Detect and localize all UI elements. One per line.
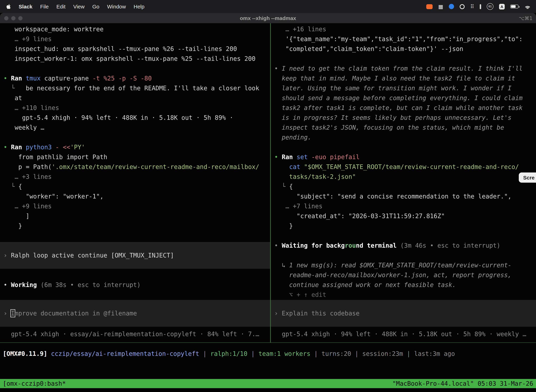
text-segment: I need to get the claim token from the c…: [282, 65, 523, 72]
text-segment: … +3 lines: [4, 173, 52, 180]
terminal-line: gpt-5.4 xhigh · essay/ai-reimplementatio…: [0, 329, 270, 339]
text-segment: pending.: [274, 134, 311, 141]
text-segment: workspace_mode: worktree: [4, 26, 104, 33]
text-segment: •: [274, 154, 282, 160]
text-segment: … +9 lines: [4, 203, 52, 210]
text-segment: •: [4, 75, 11, 82]
composer-band[interactable]: › Explain this codebase: [271, 300, 536, 327]
composer-band[interactable]: › Ralph loop active continue [OMX_TMUX_I…: [0, 242, 270, 269]
text-segment: be necessary for the end of the README. …: [26, 85, 259, 92]
zoom-button[interactable]: [18, 16, 23, 20]
text-segment: from pathlib import Path: [4, 154, 107, 160]
terminal-line: tasks/task-2.json": [271, 172, 536, 182]
battery-icon[interactable]: [510, 5, 518, 9]
terminal-line: └ {: [0, 182, 270, 191]
app-menu-slack[interactable]: Slack: [19, 4, 32, 9]
terminal-line: }: [271, 221, 536, 231]
terminal-line: • Waiting for background terminal (3m 46…: [271, 241, 536, 250]
text-segment: |: [199, 350, 210, 357]
terminal-pane-right[interactable]: … +16 lines '{"team_name":"my-team","tas…: [271, 23, 536, 342]
dots-grid-icon[interactable]: ⠿: [470, 3, 474, 10]
text-segment: "subject": "send a concise recommendatio…: [274, 193, 512, 200]
text-segment: tmux: [26, 75, 44, 82]
text-segment: Ran: [11, 144, 26, 151]
battery-fill: [511, 5, 515, 8]
terminal-line: "subject": "send a concise recommendatio…: [271, 191, 536, 201]
minimize-button[interactable]: [11, 16, 15, 20]
text-segment: cczip/essay/ai-reimplementation-copyleft: [51, 350, 199, 357]
menu-help[interactable]: Help: [134, 4, 144, 9]
text-segment: Working: [11, 281, 41, 288]
text-segment: •: [4, 144, 11, 151]
text-segment: at: [4, 94, 22, 102]
apple-menu[interactable]: [6, 4, 11, 9]
terminal-line: inspect_worker-1: omx sparkshell --tmux-…: [0, 54, 270, 64]
text-segment: capture-pane: [44, 75, 92, 82]
terminal-window: omx --xhigh --madmax ⌥⌘1 workspace_mode:…: [0, 13, 536, 392]
terminal-line: • Ran set -euo pipefail: [271, 152, 536, 162]
spacer: [0, 269, 270, 280]
text-segment: •: [274, 242, 282, 249]
text-segment: gpt-5.4 xhigh · essay/ai-reimplementatio…: [4, 331, 259, 338]
grid-app-icon[interactable]: ▦: [438, 3, 443, 10]
text-segment: "created_at": "2026-03-31T11:59:27.816Z": [274, 213, 445, 219]
terminal-line: gpt-5.4 xhigh · 94% left · 488K in · 5.1…: [0, 113, 270, 123]
close-button[interactable]: [4, 16, 9, 20]
terminal-content: workspace_mode: worktree … +9 lines insp…: [0, 23, 536, 343]
wifi-icon[interactable]: [524, 5, 531, 9]
text-segment: Ran: [11, 75, 26, 82]
text-segment: weekly …: [4, 124, 44, 131]
terminal-line: ↳ 1 new msg(s): read $OMX_TEAM_STATE_ROO…: [271, 260, 536, 270]
text-segment: ›: [4, 310, 11, 317]
terminal-line: › Improve documentation in @filename: [0, 308, 270, 318]
screen: Slack File Edit View Go Window Help ▦ ⠿ …: [0, 0, 536, 392]
text-segment: inspect task2's JSON, focusing on the st…: [274, 124, 504, 131]
screen-share-popover[interactable]: Scre: [519, 173, 536, 183]
text-segment: Ran: [282, 154, 297, 160]
text-segment: "worker": "worker-1",: [4, 193, 104, 200]
text-segment: ↳ 1 new msg(s): read $OMX_TEAM_STATE_ROO…: [274, 262, 512, 269]
terminal-line: task2 after task1 is complete, but can I…: [271, 103, 536, 113]
spacer: [0, 64, 270, 73]
battery-gauge-icon[interactable]: 61: [487, 3, 493, 10]
tmux-status-bar: [omx-cczip0:bash* "MacBook-Pro-44.local"…: [0, 379, 536, 388]
menu-bar-status: ▦ ⠿ 61 A: [426, 3, 536, 10]
omx-status-line: [OMX#0.11.9] cczip/essay/ai-reimplementa…: [0, 349, 536, 359]
text-segment: gpt-5.4 xhigh · 94% left · 488K in · 5.1…: [4, 114, 233, 121]
text-segment: "$OMX_TEAM_STATE_ROOT/team/review-curren…: [304, 163, 519, 170]
terminal-pane-left[interactable]: workspace_mode: worktree … +9 lines insp…: [0, 23, 270, 342]
spacer: [271, 54, 536, 64]
terminal-line: … +9 lines: [0, 34, 270, 44]
text-segment: python3: [26, 144, 55, 151]
text-segment: (3m 46s • esc to interrupt): [400, 242, 500, 249]
menu-view[interactable]: View: [73, 4, 85, 9]
terminal-line: › Explain this codebase: [271, 308, 536, 318]
terminal-line: … +16 lines: [271, 24, 536, 34]
slim-app-icon[interactable]: [480, 4, 481, 9]
terminal-line: ]: [0, 211, 270, 221]
window-title-bar[interactable]: omx --xhigh --madmax ⌥⌘1: [0, 13, 536, 23]
terminal-line: gpt-5.4 xhigh · 94% left · 488K in · 5.1…: [271, 329, 536, 339]
composer-band[interactable]: › Improve documentation in @filename: [0, 300, 270, 327]
battery-gauge-value: 61: [488, 5, 492, 8]
circle-app-icon[interactable]: [460, 4, 464, 9]
text-segment: p = Path(: [4, 163, 52, 170]
blue-app-icon[interactable]: [449, 4, 454, 9]
text-segment: '.omx/state/team/review-current-readme-a…: [52, 163, 259, 170]
terminal-line: └ be necessary for the end of the README…: [0, 83, 270, 93]
terminal-line: "completed","claim_token":"claim-token"}…: [271, 44, 536, 54]
menu-window[interactable]: Window: [107, 4, 126, 9]
spacer: [271, 142, 536, 152]
text-segment: Ralph loop active continue [OMX_TMUX_INJ…: [11, 252, 174, 259]
menu-edit[interactable]: Edit: [57, 4, 66, 9]
text-segment: last:3m ago: [414, 350, 455, 357]
text-segment: - <<: [55, 144, 70, 151]
input-source-icon[interactable]: A: [499, 4, 505, 9]
spacer: [0, 132, 270, 142]
text-segment: |: [403, 350, 414, 357]
window-shortcut-hint: ⌥⌘1: [519, 15, 536, 21]
screen-recording-indicator-icon[interactable]: [426, 4, 433, 9]
menu-go[interactable]: Go: [92, 4, 99, 9]
terminal-line: … +7 lines: [271, 201, 536, 211]
menu-file[interactable]: File: [40, 4, 48, 9]
